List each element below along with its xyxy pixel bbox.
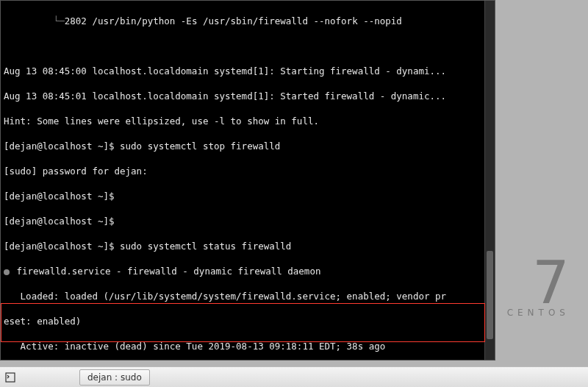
terminal-line: firewalld.service - firewalld - dynamic …	[4, 265, 481, 277]
menu-icon[interactable]	[0, 367, 21, 388]
terminal-line: [sudo] password for dejan:	[4, 165, 481, 177]
terminal-line: Loaded: loaded (/usr/lib/systemd/system/…	[4, 290, 481, 302]
status-dot-icon	[4, 269, 10, 275]
terminal-body[interactable]: └─2802 /usr/bin/python -Es /usr/sbin/fir…	[1, 1, 484, 360]
terminal-line: [dejan@localhost ~]$	[4, 215, 481, 227]
terminal-line: Hint: Some lines were ellipsized, use -l…	[4, 115, 481, 127]
terminal-line	[4, 40, 481, 52]
taskbar-item-terminal[interactable]: dejan : sudo	[79, 369, 150, 386]
terminal-line: Active: inactive (dead) since Tue 2019-0…	[4, 340, 481, 352]
wallpaper-os: CENTOS	[507, 308, 570, 317]
svg-rect-0	[6, 373, 15, 382]
scrollbar-thumb[interactable]	[487, 251, 493, 339]
terminal-app-icon	[5, 372, 15, 383]
terminal-window[interactable]: └─2802 /usr/bin/python -Es /usr/sbin/fir…	[0, 0, 495, 361]
terminal-line: [dejan@localhost ~]$	[4, 190, 481, 202]
wallpaper-branding: 7 CENTOS	[507, 254, 570, 317]
taskbar-item-label: dejan : sudo	[87, 372, 142, 383]
terminal-line: └─2802 /usr/bin/python -Es /usr/sbin/fir…	[4, 15, 481, 27]
terminal-line: [dejan@localhost ~]$ sudo systemctl stat…	[4, 240, 481, 252]
terminal-line: Aug 13 08:45:00 localhost.localdomain sy…	[4, 65, 481, 77]
taskbar[interactable]: dejan : sudo	[0, 366, 588, 387]
terminal-scrollbar[interactable]	[484, 1, 495, 360]
terminal-line: Aug 13 08:45:01 localhost.localdomain sy…	[4, 90, 481, 102]
terminal-line: eset: enabled)	[4, 315, 481, 327]
wallpaper-version: 7	[507, 254, 570, 313]
terminal-line: [dejan@localhost ~]$ sudo systemctl stop…	[4, 140, 481, 152]
